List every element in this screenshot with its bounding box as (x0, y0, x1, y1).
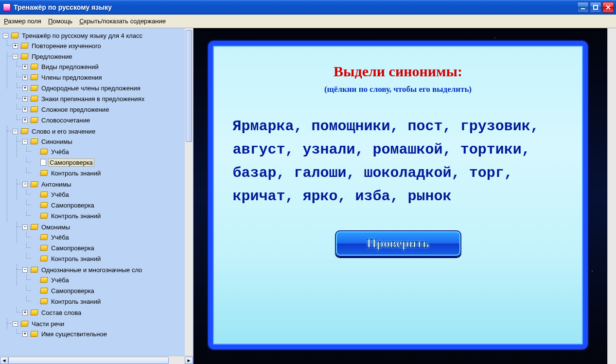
tree-leaf[interactable]: Контроль знаний (32, 296, 193, 306)
book-icon (20, 128, 29, 134)
book-icon (30, 267, 38, 273)
main-vertical-scrollbar[interactable] (607, 28, 616, 364)
tree-leaf[interactable]: Самопроверка (32, 286, 193, 295)
quiz-word[interactable]: грузовик (460, 118, 530, 135)
book-icon (40, 245, 48, 251)
tree-leaf[interactable]: Учёба (32, 275, 193, 285)
quiz-word[interactable]: шоколадкой (364, 165, 452, 181)
book-icon (30, 139, 38, 144)
tree-horizontal-scrollbar[interactable]: ◄ ► (0, 356, 193, 364)
quiz-word[interactable]: рынок (408, 188, 452, 205)
tree-item[interactable]: +Виды предложений (22, 62, 193, 71)
window-title: Тренажёр по русскому языку (14, 3, 577, 11)
quiz-card: Выдели синонимы: (щёлкни по слову, чтобы… (208, 41, 588, 349)
scrollbar-track[interactable] (8, 357, 185, 364)
tree-leaf[interactable]: Учёба (32, 147, 193, 156)
book-icon (20, 321, 29, 327)
scrollbar-thumb[interactable] (186, 30, 192, 142)
tree-leaf[interactable]: Контроль знаний (32, 254, 193, 263)
menu-field-size[interactable]: Размер поля (4, 17, 41, 25)
tree-item[interactable]: +Имя существительное (22, 329, 193, 339)
titlebar: Тренажёр по русскому языку (0, 0, 616, 15)
toc-pane: −Тренажёр по русскому языку для 4 класс … (0, 28, 194, 364)
tree-item[interactable]: −Однозначные и многозначные сло (22, 265, 193, 275)
maximize-button[interactable] (590, 2, 601, 13)
book-icon (11, 33, 19, 38)
menubar: Размер поля Помощь Скрыть/показать содер… (0, 15, 616, 28)
book-icon (30, 64, 38, 69)
book-icon (40, 213, 48, 219)
window-buttons (577, 2, 614, 13)
tree-leaf[interactable]: Контроль знаний (32, 168, 193, 178)
tree-item[interactable]: +Знаки препинания в предложениях (22, 94, 193, 104)
tree-leaf[interactable]: Учёба (32, 190, 193, 199)
book-icon (30, 310, 38, 315)
book-icon (30, 74, 38, 80)
quiz-word[interactable]: помощники (312, 118, 390, 135)
tree-leaf[interactable]: Контроль знаний (32, 211, 193, 221)
menu-field-size-label: азмер поля (8, 17, 41, 25)
tree-item[interactable]: −Части речи (13, 319, 193, 329)
quiz-word[interactable]: базар (233, 165, 277, 181)
book-icon (30, 85, 38, 91)
book-icon (30, 181, 38, 187)
quiz-word[interactable]: Ярмарка (233, 118, 294, 135)
scroll-right-arrow-icon[interactable]: ► (185, 357, 193, 364)
work-area: −Тренажёр по русскому языку для 4 класс … (0, 28, 616, 364)
tree-item[interactable]: +Члены предложения (22, 72, 193, 82)
quiz-word[interactable]: тортики (460, 141, 522, 158)
content-pane: Выдели синонимы: (щёлкни по слову, чтобы… (194, 28, 607, 364)
quiz-title: Выдели синонимы: (334, 63, 462, 80)
tree-item[interactable]: −Слово и его значение (13, 126, 193, 136)
tree-root[interactable]: −Тренажёр по русскому языку для 4 класс (3, 31, 193, 40)
tree-leaf[interactable]: Учёба (32, 232, 193, 242)
quiz-hint: (щёлкни по слову, чтобы его выделить) (324, 85, 472, 94)
scroll-left-arrow-icon[interactable]: ◄ (0, 357, 8, 364)
quiz-word[interactable]: торг (469, 165, 504, 181)
scrollbar-thumb[interactable] (8, 357, 169, 364)
quiz-word[interactable]: пост (408, 118, 443, 135)
menu-toggle-toc[interactable]: Скрыть/показать содержание (79, 17, 166, 25)
quiz-word[interactable]: узнали (303, 141, 355, 158)
tree-item[interactable]: +Повторение изученного (13, 41, 193, 51)
book-icon (30, 96, 38, 102)
svg-rect-1 (594, 5, 598, 9)
tree-item[interactable]: −Антонимы (22, 179, 193, 189)
menu-help-label: омощь (53, 17, 72, 25)
tree-item[interactable]: +Однородные члены предложения (22, 83, 193, 93)
tree-item[interactable]: +Сложное предложение (22, 104, 193, 114)
tree-item[interactable]: −Омонимы (22, 222, 193, 232)
book-icon (30, 331, 38, 337)
book-icon (30, 117, 38, 123)
quiz-word[interactable]: галоши (294, 165, 347, 181)
minimize-button[interactable] (577, 2, 589, 13)
page-icon (40, 159, 46, 166)
book-icon (40, 288, 48, 294)
book-icon (40, 298, 48, 304)
tree-item-synonyms[interactable]: −Синонимы (22, 137, 193, 146)
book-icon (40, 149, 48, 155)
toc-tree[interactable]: −Тренажёр по русскому языку для 4 класс … (0, 28, 193, 356)
tree-item[interactable]: +Состав слова (22, 308, 193, 317)
menu-toggle-toc-label: крыть/показать содержание (84, 17, 166, 25)
menu-help[interactable]: Помощь (48, 17, 72, 25)
check-button[interactable]: Проверить (335, 230, 461, 257)
quiz-word[interactable]: ярко (303, 188, 338, 205)
book-icon (20, 53, 29, 59)
tree-leaf[interactable]: Самопроверка (32, 243, 193, 253)
quiz-word[interactable]: ромашкой (373, 141, 443, 158)
tree-item[interactable]: −Предложение (13, 52, 193, 61)
quiz-word[interactable]: изба (355, 188, 390, 205)
tree-leaf-selected[interactable]: Самопроверка (32, 157, 193, 167)
tree-vertical-scrollbar[interactable] (185, 28, 193, 356)
quiz-word[interactable]: август (233, 141, 285, 158)
close-button[interactable] (602, 2, 614, 13)
quiz-words: Ярмарка, помощники, пост, грузовик, авгу… (233, 115, 563, 208)
app-icon (3, 3, 11, 11)
book-icon (40, 277, 48, 283)
quiz-word[interactable]: кричат (233, 188, 285, 205)
book-icon (20, 43, 29, 49)
tree-leaf[interactable]: Самопроверка (32, 200, 193, 210)
tree-item[interactable]: +Словосочетание (22, 115, 193, 125)
book-icon (40, 191, 48, 197)
